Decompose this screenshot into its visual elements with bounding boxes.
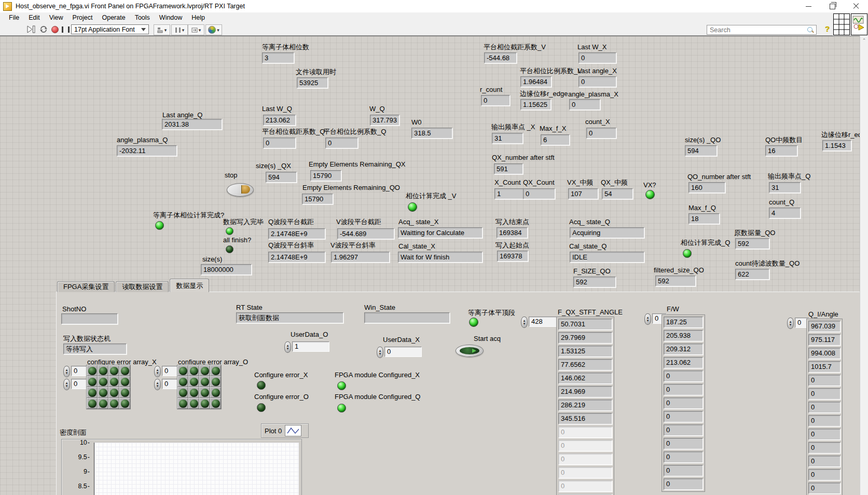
menu-file[interactable]: File: [4, 14, 24, 21]
plasma-phase-done-led: [155, 221, 164, 230]
menu-window[interactable]: Window: [155, 14, 187, 21]
abort-button[interactable]: [51, 24, 59, 34]
align-objects-button[interactable]: [154, 24, 170, 35]
menu-operate[interactable]: Operate: [97, 14, 130, 21]
userdata-x-control[interactable]: 0: [377, 347, 422, 358]
scroll-up-icon[interactable]: ⌃: [860, 36, 868, 43]
array-element-unused: 0: [558, 467, 612, 478]
vi-icon[interactable]: [851, 13, 867, 35]
menu-project[interactable]: Project: [68, 14, 98, 21]
abort-icon: [51, 26, 59, 33]
stop-button[interactable]: [227, 183, 254, 197]
userdata-x-spinner-icon[interactable]: [377, 347, 383, 358]
cfg-array-o-index1-spinner-icon[interactable]: [154, 366, 161, 377]
f-qx-index-spinner-icon[interactable]: [521, 317, 528, 328]
cfg-array-x-index2[interactable]: 0: [63, 379, 87, 390]
cfg-array-o-index2-value[interactable]: 0: [162, 379, 177, 389]
minimize-button[interactable]: [796, 0, 820, 12]
vertical-scrollbar[interactable]: ⌃: [860, 36, 868, 495]
sizes-qx-value: 594: [266, 172, 297, 183]
pause-button[interactable]: [62, 24, 70, 34]
w0-value: 318.5: [411, 128, 452, 139]
font-selector[interactable]: 17pt Application Font: [71, 24, 149, 34]
cfg-array-x-index1-value[interactable]: 0: [71, 366, 87, 376]
cfg-array-o-index2[interactable]: 0: [154, 379, 177, 390]
userdata-x-value[interactable]: 0: [384, 347, 422, 357]
cfg-array-x-index2-value[interactable]: 0: [71, 379, 87, 389]
start-acq-button[interactable]: [456, 345, 484, 357]
plasma-phase-count-value: 3: [262, 52, 294, 63]
userdata-o-label: UserData_O: [291, 331, 328, 338]
rt-state-value: 获取剖面数据: [236, 312, 343, 323]
sizes-qx-label: size(s) _QX: [256, 162, 291, 170]
q-band-intercept-label: Q波段平台截距: [268, 218, 314, 226]
led-cell: [199, 376, 210, 387]
run-continuous-button[interactable]: [39, 24, 48, 34]
menu-help[interactable]: Help: [187, 14, 210, 21]
plasma-phase-done-label: 等离子体相位计算完成?: [153, 212, 224, 219]
qi-index-spinner-icon[interactable]: [787, 318, 794, 329]
cfg-array-o-index2-spinner-icon[interactable]: [154, 379, 161, 390]
cfg-array-x-index1[interactable]: 0: [63, 366, 87, 377]
cfg-array-x-index1-spinner-icon[interactable]: [63, 366, 70, 377]
raw-qo-value: 592: [735, 238, 769, 249]
max-f-q-label: Max_f_Q: [688, 204, 716, 212]
led-cell: [210, 365, 221, 376]
acq-state-q-label: Acq_ state_Q: [569, 218, 610, 226]
resize-objects-button[interactable]: [188, 24, 204, 35]
acq-state-x-value: Waitting for Calculate: [398, 227, 483, 238]
userdata-o-spinner-icon[interactable]: [284, 341, 291, 353]
f-qx-index-value[interactable]: 428: [529, 317, 558, 327]
search-box: [707, 25, 817, 35]
led-cell: [98, 376, 108, 387]
array-element: 77.6562: [558, 359, 612, 370]
cfg-array-o-index1[interactable]: 0: [154, 366, 177, 377]
last-w-x-label: Last W_X: [577, 44, 607, 51]
led-cell: [119, 387, 130, 398]
minimize-icon: [806, 6, 811, 7]
array-element: 0: [664, 370, 703, 382]
fw-index-spinner-icon[interactable]: [644, 313, 651, 325]
f-qx-stft-angle-array: 50.7031 29.7969 1.53125 77.6562 146.062 …: [556, 317, 614, 495]
userdata-o-control[interactable]: 1: [284, 341, 329, 353]
cfg-array-x-index2-spinner-icon[interactable]: [63, 379, 70, 390]
q-band-slope-value: 2.14748E+9: [268, 252, 325, 263]
tab-fpga-acquire-settings[interactable]: FPGA采集设置: [57, 281, 115, 292]
phase-done-q-led: [683, 249, 692, 258]
cfg-array-o-index1-value[interactable]: 0: [162, 366, 177, 376]
restore-button[interactable]: [820, 0, 844, 12]
platform-phase-intercept-q-label: 平台相位截距系数_Q: [262, 128, 325, 135]
array-element: 994.008: [808, 348, 841, 359]
tab-data-display[interactable]: 数据显示: [170, 279, 209, 292]
tab-read-data-settings[interactable]: 读取数据设置: [116, 281, 169, 292]
stop-button-wedge-icon: [241, 185, 250, 194]
labview-app-icon: [3, 2, 12, 11]
plot-legend[interactable]: Plot 0: [261, 423, 309, 438]
context-help-button[interactable]: ?: [825, 24, 830, 33]
run-button[interactable]: [27, 24, 36, 34]
array-element: 0: [808, 415, 841, 427]
led-cell: [210, 398, 221, 409]
fpga-configured-q-led: [337, 404, 346, 412]
userdata-o-value[interactable]: 1: [292, 341, 329, 352]
qx-number-after-stft-value: 591: [494, 163, 523, 174]
f-qx-index-control[interactable]: 428: [521, 317, 558, 328]
win-state-label: Win_State: [364, 304, 395, 311]
menu-edit[interactable]: Edit: [24, 14, 45, 21]
reorder-objects-button[interactable]: [205, 24, 222, 35]
connector-pane-icon[interactable]: [833, 13, 850, 35]
array-element-unused: 0: [558, 440, 612, 451]
shotno-input[interactable]: [61, 313, 118, 324]
search-input[interactable]: [707, 26, 807, 34]
menu-view[interactable]: View: [45, 14, 68, 21]
close-button[interactable]: [844, 0, 868, 12]
array-element: 146.062: [558, 373, 612, 384]
distribute-objects-button[interactable]: [171, 24, 188, 35]
angle-plasma-q-label: angle_plasma_Q: [117, 136, 168, 144]
phase-done-v-led: [408, 202, 417, 212]
menu-tools[interactable]: Tools: [130, 14, 155, 21]
led-cell: [87, 398, 98, 409]
array-element: 187.25: [664, 317, 703, 328]
qx-if-label: QX_中频: [601, 179, 628, 186]
data-written-led: [226, 227, 233, 235]
